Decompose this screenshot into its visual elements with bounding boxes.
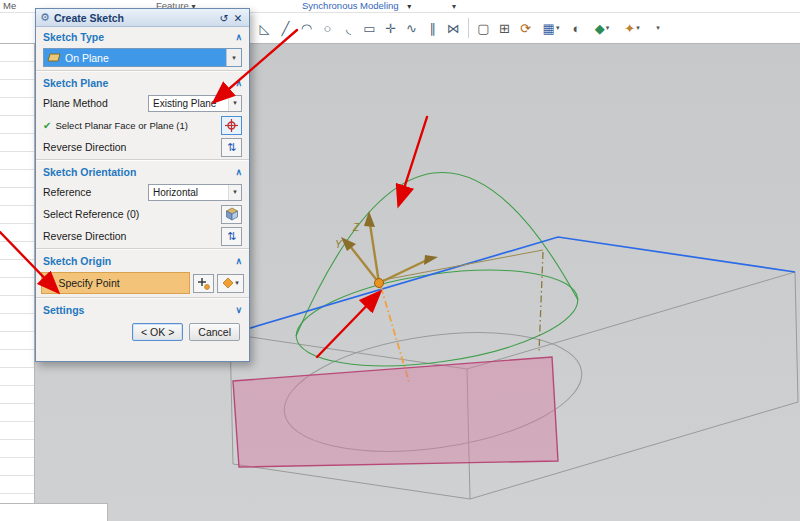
ok-button[interactable]: < OK > [132, 323, 183, 341]
menu-label[interactable]: Me [3, 0, 16, 11]
navigator-strip-footer [0, 503, 108, 521]
chevron-down-icon: ▾ [636, 24, 640, 32]
toolbar-overflow-button[interactable]: ▾ [647, 16, 668, 40]
fit-view-button[interactable]: ⊞ [494, 16, 515, 40]
sync-modeling-group-label: Synchronous Modeling [302, 0, 399, 11]
offset-icon: ∥ [429, 21, 436, 36]
dialog-button-row: < OK > Cancel [36, 319, 249, 345]
fillet-tool-button[interactable]: ◟ [338, 16, 359, 40]
sketch-origin-header-label: Sketch Origin [43, 255, 111, 267]
chevron-up-icon: ∧ [235, 167, 242, 177]
mirror-tool-button[interactable]: ⋈ [443, 16, 464, 40]
chevron-down-icon: ▾ [235, 279, 239, 287]
nx-application-window: Z Y Me Feature ▾ Synchronous Modeling ▾ … [0, 0, 800, 521]
chevron-down-icon[interactable]: ▾ [407, 2, 411, 11]
chevron-up-icon: ∧ [235, 78, 242, 88]
cube-icon [225, 207, 239, 221]
reverse-arrows-icon: ⇅ [227, 230, 236, 243]
sketch-type-header-label: Sketch Type [43, 31, 104, 43]
plane-method-row: Plane Method Existing Plane ▾ [36, 92, 249, 114]
palette-dropdown[interactable]: ◆▾ [587, 16, 617, 40]
chevron-down-icon: ▾ [228, 96, 241, 111]
rotate-view-button[interactable]: ⟳ [515, 16, 536, 40]
inferred-point-icon [222, 277, 234, 289]
select-reference-button[interactable] [221, 205, 242, 224]
shaded-view-button[interactable]: ◐ [566, 16, 587, 40]
reverse-direction-row-plane: Reverse Direction ⇅ [36, 136, 249, 158]
point-options-dropdown[interactable]: ▾ [217, 274, 244, 293]
effects-icon: ✦ [624, 21, 635, 36]
sketch-type-combo[interactable]: On Plane ▾ [43, 48, 242, 67]
zoom-window-button[interactable]: ▢ [473, 16, 494, 40]
cancel-button[interactable]: Cancel [189, 323, 240, 341]
arc-tool-button[interactable]: ◠ [296, 16, 317, 40]
line-tool-button[interactable]: ╱ [275, 16, 296, 40]
select-reference-row: Select Reference (0) [36, 203, 249, 225]
chevron-down-icon: ▾ [452, 2, 456, 11]
select-planar-face-label: Select Planar Face or Plane (1) [55, 120, 188, 131]
sketch-plane-header[interactable]: Sketch Plane ∧ [36, 73, 249, 92]
reverse-direction-button[interactable]: ⇅ [221, 138, 242, 157]
specify-point-label: Specify Point [58, 277, 119, 289]
plane-method-combo[interactable]: Existing Plane ▾ [148, 95, 242, 112]
chevron-down-icon: ▾ [556, 24, 560, 32]
dialog-title-bar[interactable]: ⚙ Create Sketch ↺ ✕ [36, 9, 249, 27]
reference-combo[interactable]: Horizontal ▾ [148, 184, 242, 201]
settings-header[interactable]: Settings ∨ [36, 300, 249, 319]
shaded-view-icon: ◐ [573, 21, 581, 36]
zoom-window-icon: ▢ [477, 21, 489, 36]
select-planar-face-row: ✔ Select Planar Face or Plane (1) [36, 114, 249, 136]
section-divider [36, 248, 249, 250]
navigator-strip[interactable] [0, 44, 35, 521]
select-face-button[interactable] [221, 116, 242, 135]
reverse-direction-row-orientation: Reverse Direction ⇅ [36, 225, 249, 247]
fillet-icon: ◟ [346, 21, 351, 36]
circle-icon: ○ [324, 21, 332, 36]
offset-tool-button[interactable]: ∥ [422, 16, 443, 40]
sketch-origin-header[interactable]: Sketch Origin ∧ [36, 251, 249, 270]
section-divider [36, 70, 249, 72]
face-select-icon [225, 119, 238, 132]
ribbon-overflow[interactable]: ▾ [452, 0, 456, 11]
rectangle-tool-button[interactable]: ▭ [359, 16, 380, 40]
fit-view-icon: ⊞ [499, 21, 510, 36]
reset-button[interactable]: ↺ [217, 12, 231, 24]
render-style-icon: ▦ [543, 21, 555, 36]
reference-value: Horizontal [149, 187, 228, 198]
sketch-orientation-header[interactable]: Sketch Orientation ∧ [36, 162, 249, 181]
sketch-type-value: On Plane [65, 52, 109, 64]
profile-icon: ◺ [260, 21, 270, 36]
reference-row: Reference Horizontal ▾ [36, 181, 249, 203]
sketch-plane-header-label: Sketch Plane [43, 77, 108, 89]
effects-dropdown[interactable]: ✦▾ [617, 16, 647, 40]
on-plane-icon [47, 53, 61, 63]
reverse-direction-label: Reverse Direction [43, 230, 126, 242]
sketch-type-header[interactable]: Sketch Type ∧ [36, 27, 249, 46]
create-sketch-dialog: ⚙ Create Sketch ↺ ✕ Sketch Type ∧ On Pla… [35, 8, 250, 362]
chevron-down-icon: ▾ [656, 24, 660, 32]
reference-label: Reference [43, 186, 91, 198]
arc-icon: ◠ [301, 21, 312, 36]
sketch-orientation-header-label: Sketch Orientation [43, 166, 136, 178]
ribbon-group-synchronous-modeling[interactable]: Synchronous Modeling ▾ [302, 0, 411, 11]
reverse-direction-button-2[interactable]: ⇅ [221, 227, 242, 246]
point-dialog-button[interactable] [193, 274, 214, 293]
chevron-up-icon: ∧ [235, 32, 242, 42]
chevron-up-icon: ∧ [235, 256, 242, 266]
close-button[interactable]: ✕ [231, 12, 245, 24]
spline-tool-button[interactable]: ∿ [401, 16, 422, 40]
point-icon: ✛ [385, 21, 396, 36]
point-dialog-icon [197, 277, 210, 290]
plane-method-value: Existing Plane [149, 98, 228, 109]
dialog-title: Create Sketch [54, 12, 217, 24]
profile-tool-button[interactable]: ◺ [254, 16, 275, 40]
chevron-down-icon[interactable]: ▾ [226, 49, 241, 66]
reverse-arrows-icon: ⇅ [227, 141, 236, 154]
spline-icon: ∿ [406, 21, 417, 36]
specify-point-highlight[interactable]: ✔ Specify Point [41, 272, 190, 294]
circle-tool-button[interactable]: ○ [317, 16, 338, 40]
render-style-dropdown[interactable]: ▦▾ [536, 16, 566, 40]
select-reference-label: Select Reference (0) [43, 208, 139, 220]
reverse-direction-label: Reverse Direction [43, 141, 126, 153]
point-tool-button[interactable]: ✛ [380, 16, 401, 40]
